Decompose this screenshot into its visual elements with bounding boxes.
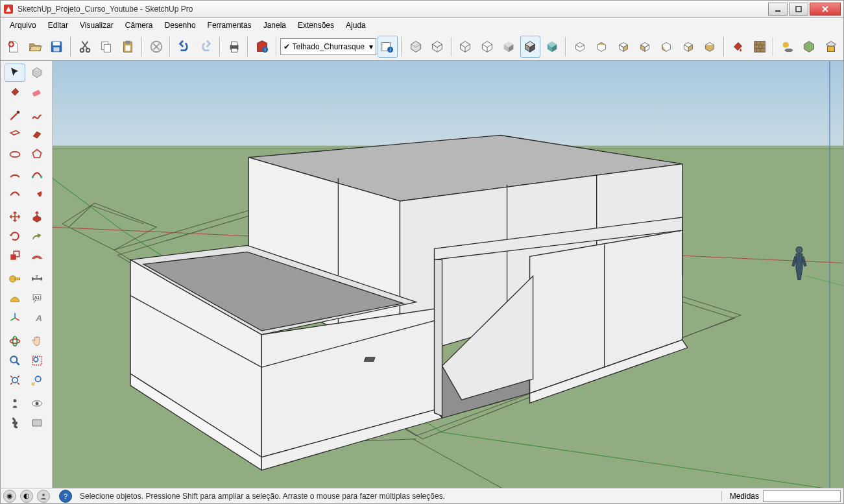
menu-visualizar[interactable]: Visualizar (75, 19, 119, 31)
3d-viewport[interactable] (53, 61, 843, 488)
style-hiddenline-button[interactable] (477, 36, 497, 58)
make-component-tool[interactable] (27, 64, 47, 82)
signin-icon[interactable] (37, 490, 50, 503)
3point-arc-tool[interactable] (5, 184, 25, 202)
menu-extensoes[interactable]: Extensões (293, 19, 339, 31)
zoom-tool[interactable] (5, 352, 25, 370)
style-wireframe-button[interactable] (455, 36, 476, 58)
paint-bucket-tb-button[interactable] (728, 36, 748, 58)
titlebar: SketchUp_Projeto_Curso_Youtube - SketchU… (0, 0, 844, 18)
select-tool[interactable] (5, 64, 25, 82)
style-backedges-button[interactable] (427, 36, 447, 58)
redo-button[interactable] (196, 36, 216, 58)
undo-button[interactable] (174, 36, 194, 58)
menu-arquivo[interactable]: Arquivo (5, 19, 42, 31)
circle-tool[interactable] (5, 145, 25, 163)
cut-button[interactable] (75, 36, 95, 58)
svg-rect-64 (365, 357, 375, 361)
view-bottom-button[interactable] (699, 36, 719, 58)
rotate-tool[interactable] (5, 227, 25, 245)
previous-view-tool[interactable] (27, 371, 47, 389)
model-info-button[interactable]: i (252, 36, 272, 58)
title-filename: SketchUp_Projeto_Curso_Youtube (18, 5, 138, 14)
scale-tool[interactable] (5, 246, 25, 265)
move-tool[interactable] (5, 208, 25, 226)
close-button[interactable] (810, 3, 841, 16)
style-xray-button[interactable] (405, 36, 426, 58)
section-plane-tool[interactable] (27, 414, 47, 432)
eraser-tool[interactable] (27, 83, 47, 101)
svg-rect-38 (15, 278, 20, 280)
line-tool[interactable] (5, 106, 25, 125)
axes-tool[interactable] (5, 309, 25, 327)
style-monochrome-button[interactable] (542, 36, 562, 58)
svg-point-43 (10, 339, 20, 344)
svg-rect-20 (231, 42, 237, 45)
arc-tool[interactable] (5, 165, 25, 183)
offset-tool[interactable] (27, 246, 47, 265)
walk-tool[interactable] (5, 414, 25, 432)
look-around-tool[interactable] (27, 394, 47, 413)
2point-arc-tool[interactable] (27, 165, 47, 183)
delete-button[interactable] (146, 36, 166, 58)
help-icon[interactable]: ? (59, 490, 72, 503)
section-tb-button[interactable] (821, 36, 841, 58)
shadows-tb-button[interactable] (777, 36, 797, 58)
view-right-button[interactable] (634, 36, 655, 58)
print-button[interactable] (224, 36, 244, 58)
view-top-button[interactable] (592, 36, 612, 58)
texture-tb-button[interactable] (749, 36, 769, 58)
orbit-tool[interactable] (5, 332, 25, 350)
view-front-button[interactable] (613, 36, 633, 58)
menu-desenho[interactable]: Desenho (160, 19, 201, 31)
new-file-button[interactable] (3, 36, 23, 58)
app-icon (3, 4, 14, 14)
dimension-tool[interactable]: 3' (27, 270, 47, 288)
freehand-tool[interactable] (27, 106, 47, 125)
open-file-button[interactable] (25, 36, 45, 58)
pie-tool[interactable] (27, 184, 47, 202)
3dtext-tool[interactable]: A (27, 309, 47, 327)
position-camera-tool[interactable] (5, 394, 25, 413)
tape-measure-tool[interactable] (5, 270, 25, 288)
pushpull-tool[interactable] (27, 208, 47, 226)
menu-ferramentas[interactable]: Ferramentas (202, 19, 257, 31)
status-text: Selecione objetos. Pressione Shift para … (76, 492, 714, 501)
measure-input[interactable] (763, 490, 841, 502)
svg-point-52 (36, 402, 39, 405)
layer-manager-button[interactable]: i (378, 36, 398, 58)
maximize-button[interactable] (789, 3, 808, 16)
text-tool[interactable]: A1 (27, 289, 47, 307)
zoom-extents-tool[interactable] (5, 371, 25, 389)
paste-button[interactable] (118, 36, 138, 58)
menu-camera[interactable]: Câmera (120, 19, 158, 31)
save-file-button[interactable] (47, 36, 67, 58)
layer-name: Telhado_Churrasque (293, 42, 369, 51)
style-shaded-button[interactable] (498, 36, 518, 58)
style-shadedtex-button[interactable] (520, 36, 540, 58)
view-back-button[interactable] (657, 36, 677, 58)
view-iso-button[interactable] (570, 36, 590, 58)
protractor-tool[interactable] (5, 289, 25, 307)
view-left-button[interactable] (678, 36, 698, 58)
pan-tool[interactable] (27, 332, 47, 350)
svg-rect-15 (126, 45, 130, 51)
polygon-tool[interactable] (27, 145, 47, 163)
measure-label: Medidas (730, 492, 759, 501)
menu-editar[interactable]: Editar (43, 19, 73, 31)
fog-tb-button[interactable] (799, 36, 819, 58)
zoom-window-tool[interactable] (27, 352, 47, 370)
credits-icon[interactable]: ◐ (20, 490, 33, 503)
layer-selector[interactable]: ✔ Telhado_Churrasque ▾ (280, 38, 376, 55)
copy-button[interactable] (96, 36, 116, 58)
paint-bucket-tool[interactable] (5, 83, 25, 101)
geo-location-icon[interactable]: ◉ (3, 490, 16, 503)
menu-janela[interactable]: Janela (258, 19, 291, 31)
menubar: Arquivo Editar Visualizar Câmera Desenho… (0, 18, 844, 32)
rotated-rect-tool[interactable] (27, 126, 47, 144)
rectangle-tool[interactable] (5, 126, 25, 144)
menu-ajuda[interactable]: Ajuda (341, 19, 371, 31)
minimize-button[interactable] (768, 3, 788, 16)
followme-tool[interactable] (27, 227, 47, 245)
svg-point-47 (34, 357, 38, 362)
